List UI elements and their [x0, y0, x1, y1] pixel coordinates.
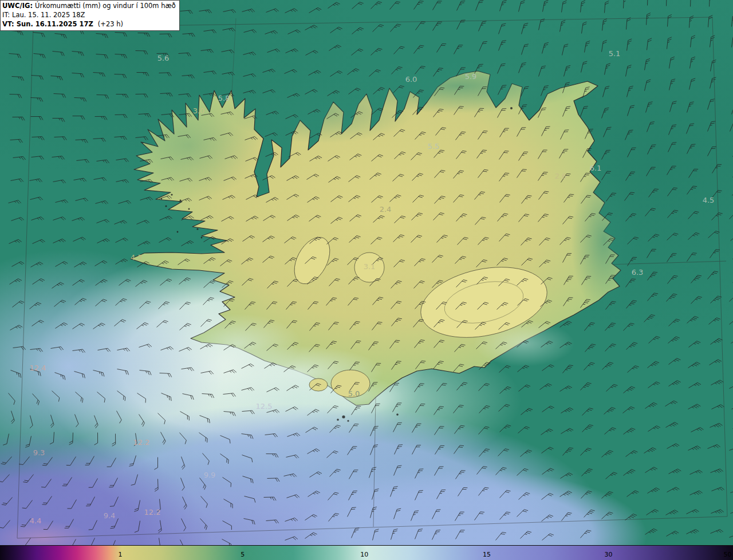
precip-value-label: 12.4	[30, 364, 46, 372]
colorbar-tick-label: 1	[118, 551, 122, 558]
precip-value-label: 2.6	[555, 172, 567, 180]
model-label: UWC/IG:	[2, 2, 33, 10]
precip-value-label: 4.3	[131, 253, 143, 262]
map-canvas: 5.65.83.06.05.95.55.12.66.14.52.44.33.16…	[0, 0, 733, 545]
colorbar-tick-label: 10	[360, 551, 368, 558]
title-text: Úrkomumætti (mm) og vindur í 100m hæð	[35, 2, 176, 10]
weather-map-stage: 5.65.83.06.05.95.55.12.66.14.52.44.33.16…	[0, 0, 733, 560]
colorbar-tick-label: 30	[604, 551, 612, 558]
valid-time: Sun. 16.11.2025 17Z	[17, 20, 93, 28]
precip-value-label: 5.9	[465, 72, 477, 81]
precip-value-label: 12.2	[133, 438, 150, 447]
precip-value-label: 3.0	[193, 107, 205, 115]
precip-value-label: 6.0	[405, 75, 417, 84]
precip-value-label: 6.1	[590, 164, 602, 172]
precip-value-label: 12.2	[144, 508, 161, 516]
colorbar-tick-label: 5	[241, 551, 245, 558]
colorbar-tick-label: 50	[723, 551, 731, 558]
colorbar-tick-label: 15	[483, 551, 491, 558]
colorbar-ticks: 1510153050	[0, 546, 733, 560]
precip-value-label: 5.1	[609, 49, 621, 58]
init-label: IT:	[2, 11, 10, 19]
precip-value-label: 5.0	[348, 389, 360, 398]
precip-value-label: 5.8	[218, 94, 230, 102]
precip-value-label: 2.4	[380, 205, 392, 214]
header-title-line: UWC/IG:Úrkomumætti (mm) og vindur í 100m…	[2, 1, 176, 10]
header-valid-line: VT:Sun. 16.11.2025 17Z(+23 h)	[2, 19, 176, 29]
precip-value-label: 5.5	[428, 142, 440, 151]
precip-value-label: 9.9	[204, 471, 216, 479]
forecast-header: UWC/IG:Úrkomumætti (mm) og vindur í 100m…	[0, 0, 180, 31]
precip-value-label: 3.1	[364, 262, 376, 271]
precip-colorbar: 1510153050	[0, 545, 733, 560]
precip-value-label: 4.4	[30, 516, 42, 525]
precip-value-label: 9.3	[33, 448, 45, 457]
valid-label: VT:	[2, 20, 14, 28]
valid-offset: (+23 h)	[98, 20, 123, 28]
init-time: Lau. 15. 11. 2025 18Z	[12, 11, 85, 19]
precip-value-label: 6.3	[632, 268, 644, 277]
precip-value-label: 9.4	[104, 511, 116, 520]
precip-value-label: 5.6	[157, 54, 170, 62]
precip-value-label: 12.5	[256, 402, 273, 411]
precip-value-label: 4.5	[703, 196, 715, 204]
header-init-line: IT:Lau. 15. 11. 2025 18Z	[2, 10, 176, 19]
